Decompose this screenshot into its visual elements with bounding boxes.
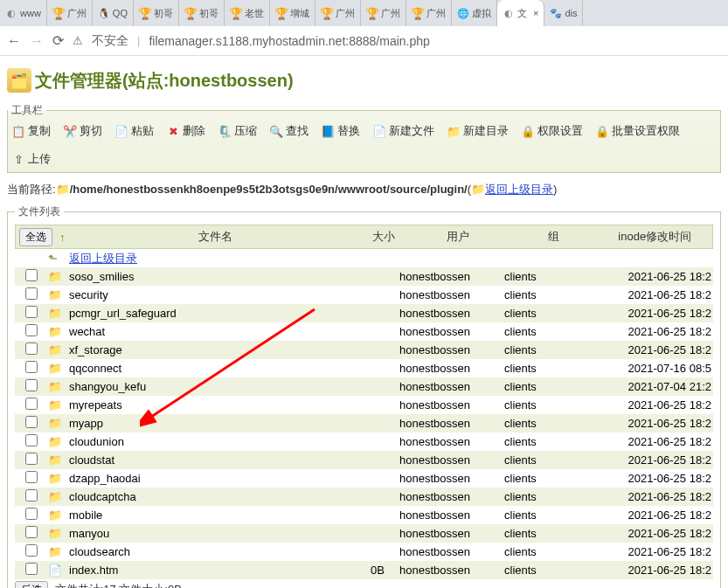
row-checkbox[interactable]: [25, 398, 38, 410]
table-row[interactable]: 📁cloudcaptchahonestbossenclients2021-06-…: [15, 488, 713, 506]
back-link[interactable]: 返回上级目录: [69, 252, 137, 265]
table-row[interactable]: 📁pcmgr_url_safeguardhonestbossenclients2…: [15, 304, 713, 322]
browser-tab[interactable]: 🏆广州: [47, 0, 93, 26]
file-name[interactable]: shangyou_kefu: [67, 380, 356, 393]
file-name[interactable]: pcmgr_url_safeguard: [67, 307, 356, 320]
compress-button[interactable]: 🗜️压缩: [218, 123, 257, 139]
row-checkbox[interactable]: [25, 342, 38, 355]
file-name[interactable]: cloudcaptcha: [67, 490, 356, 503]
browser-tab[interactable]: 🐾dis: [544, 0, 583, 26]
perm-button[interactable]: 🔒权限设置: [521, 123, 583, 139]
delete-button[interactable]: ✖删除: [166, 123, 205, 139]
back-link[interactable]: 返回上级目录: [485, 183, 553, 196]
folder-icon: 📁: [48, 343, 62, 356]
row-checkbox[interactable]: [25, 306, 38, 318]
row-checkbox[interactable]: [25, 361, 38, 373]
newdir-button[interactable]: 📁新建目录: [447, 123, 509, 139]
table-row[interactable]: 📁myapphonestbossenclients2021-06-25 18:2: [15, 414, 713, 432]
browser-tab[interactable]: 🏆广州: [315, 0, 361, 26]
table-row[interactable]: 📁myrepeatshonestbossenclients2021-06-25 …: [15, 396, 713, 414]
table-row[interactable]: 📁cloudsearchhonestbossenclients2021-06-2…: [15, 543, 713, 561]
close-icon[interactable]: ×: [533, 8, 538, 18]
row-checkbox[interactable]: [25, 416, 38, 428]
row-checkbox[interactable]: [25, 508, 38, 520]
browser-tab[interactable]: 🏆初哥: [134, 0, 179, 26]
browser-tab[interactable]: 🏆老世: [225, 0, 270, 26]
row-checkbox[interactable]: [25, 324, 38, 336]
newfile-button[interactable]: 📄新建文件: [372, 123, 434, 139]
reload-icon[interactable]: ⟳: [52, 32, 64, 49]
paste-button[interactable]: 📄粘贴: [114, 123, 154, 139]
table-row[interactable]: 📁manyouhonestbossenclients2021-06-25 18:…: [15, 524, 713, 543]
row-checkbox[interactable]: [25, 379, 38, 391]
batch-perm-button[interactable]: 🔒批量设置权限: [595, 123, 680, 139]
row-checkbox[interactable]: [25, 269, 38, 281]
invert-select-button[interactable]: 反选: [15, 581, 48, 588]
row-checkbox[interactable]: [25, 287, 38, 300]
row-checkbox[interactable]: [25, 563, 38, 575]
col-group[interactable]: 组: [510, 229, 598, 245]
find-button[interactable]: 🔍查找: [269, 123, 309, 139]
file-name[interactable]: security: [67, 288, 356, 301]
url-text[interactable]: filemanager.s1188.myhostadmin.net:8888/m…: [149, 34, 429, 48]
file-name[interactable]: cloudstat: [67, 453, 356, 467]
forward-icon[interactable]: →: [30, 33, 44, 49]
col-mtime[interactable]: inode修改时间: [598, 229, 713, 245]
file-user: honestbossen: [399, 508, 504, 522]
tab-label: www: [20, 8, 41, 18]
table-row[interactable]: 📄index.htm0Bhonestbossenclients2021-06-2…: [15, 561, 713, 579]
browser-tabs: ◐www🏆广州🐧QQ🏆初哥🏆初哥🏆老世🏆增城🏆广州🏆广州🏆广州🌐虚拟◐文×🐾di…: [0, 0, 728, 26]
file-name[interactable]: wechat: [67, 325, 356, 338]
col-size[interactable]: 大小: [362, 229, 406, 245]
browser-tab[interactable]: 🏆增城: [270, 0, 315, 26]
browser-tab[interactable]: 🏆广州: [406, 0, 452, 26]
table-row[interactable]: 📁cloudunionhonestbossenclients2021-06-25…: [15, 432, 713, 451]
table-row[interactable]: 📁shangyou_kefuhonestbossenclients2021-07…: [15, 377, 713, 396]
file-name[interactable]: xf_storage: [67, 343, 356, 356]
back-row[interactable]: ⬑ 返回上级目录: [15, 249, 713, 267]
browser-tab[interactable]: 🏆广州: [361, 0, 406, 26]
col-name[interactable]: 文件名: [69, 229, 362, 245]
browser-tab[interactable]: 🏆初哥: [179, 0, 225, 26]
table-row[interactable]: 📁cloudstathonestbossenclients2021-06-25 …: [15, 451, 713, 469]
table-row[interactable]: 📁mobilehonestbossenclients2021-06-25 18:…: [15, 506, 713, 524]
file-name[interactable]: soso_smilies: [67, 270, 356, 283]
file-name[interactable]: myrepeats: [67, 398, 356, 412]
browser-tab[interactable]: ◐文×: [497, 0, 544, 26]
file-name[interactable]: myapp: [67, 417, 356, 430]
file-group: clients: [504, 307, 592, 320]
copy-button[interactable]: 📋复制: [11, 123, 51, 139]
file-name[interactable]: manyou: [67, 527, 356, 540]
file-user: honestbossen: [399, 527, 504, 540]
table-row[interactable]: 📁soso_smilieshonestbossenclients2021-06-…: [15, 267, 713, 286]
cut-button[interactable]: ✂️剪切: [63, 123, 102, 139]
replace-button[interactable]: 📘替换: [321, 123, 360, 139]
select-all-button[interactable]: 全选: [19, 228, 52, 246]
row-checkbox[interactable]: [25, 544, 38, 557]
browser-tab[interactable]: ◐www: [0, 0, 47, 26]
file-name[interactable]: cloudunion: [67, 435, 356, 448]
row-checkbox[interactable]: [25, 471, 38, 483]
cup-icon: 🏆: [230, 7, 242, 19]
browser-tab[interactable]: 🌐虚拟: [452, 0, 497, 26]
table-row[interactable]: 📁qqconnecthonestbossenclients2021-07-16 …: [15, 359, 713, 377]
table-row[interactable]: 📁xf_storagehonestbossenclients2021-06-25…: [15, 341, 713, 359]
file-user: honestbossen: [399, 417, 504, 430]
file-name[interactable]: index.htm: [67, 564, 356, 577]
row-checkbox[interactable]: [25, 526, 38, 538]
row-checkbox[interactable]: [25, 434, 38, 446]
table-row[interactable]: 📁securityhonestbossenclients2021-06-25 1…: [15, 286, 713, 304]
table-row[interactable]: 📁dzapp_haodaihonestbossenclients2021-06-…: [15, 469, 713, 488]
file-name[interactable]: dzapp_haodai: [67, 472, 356, 485]
upload-button[interactable]: ⇧上传: [11, 151, 51, 167]
back-icon[interactable]: ←: [7, 33, 21, 49]
row-checkbox[interactable]: [25, 453, 38, 465]
file-name[interactable]: cloudsearch: [67, 545, 356, 558]
sort-icon[interactable]: ↑: [59, 231, 66, 244]
table-row[interactable]: 📁wechathonestbossenclients2021-06-25 18:…: [15, 322, 713, 341]
row-checkbox[interactable]: [25, 489, 38, 502]
col-user[interactable]: 用户: [406, 229, 510, 245]
file-name[interactable]: qqconnect: [67, 362, 356, 375]
browser-tab[interactable]: 🐧QQ: [93, 0, 134, 26]
file-name[interactable]: mobile: [67, 508, 356, 522]
